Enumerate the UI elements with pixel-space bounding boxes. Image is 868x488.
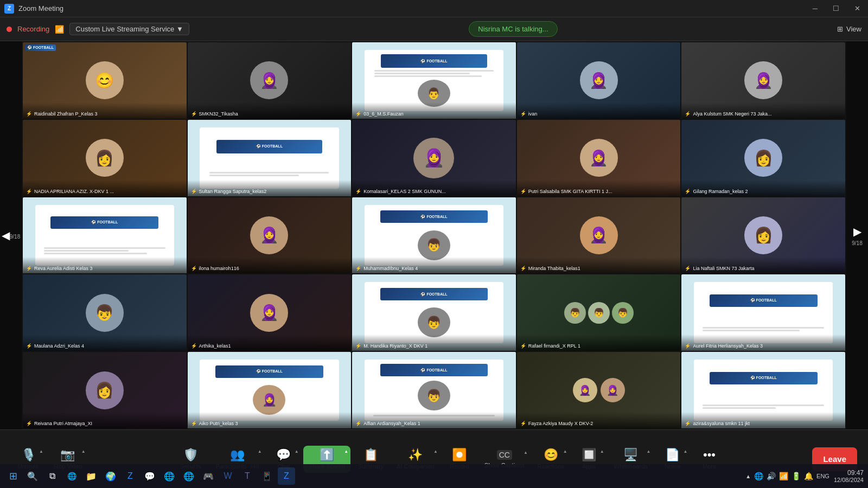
video-tile: ⚽ FOOTBALL 👦 ⚡ MuhammadIbnu_Kelas 4: [352, 197, 516, 274]
wifi-tray-icon[interactable]: 📶: [779, 472, 788, 480]
title-text: Zoom Meeting: [18, 4, 63, 12]
phone-taskbar[interactable]: 📱: [258, 467, 276, 485]
participants-caret[interactable]: ▲: [258, 449, 262, 454]
minimize-button[interactable]: ─: [809, 3, 821, 14]
summary-icon: 📋: [363, 449, 378, 461]
participant-name: ⚡ Aurel Fitria Herliansyah_Kelas 3: [681, 335, 845, 351]
participant-name: ⚡ Reva Aurelia Adisti Kelas 3: [23, 257, 187, 273]
taskbar-left: ⊞ 🔍 ⧉ 🌐 📁 🌍 Z 💬 🌐 🌐 🎮 W T 📱 Z: [4, 467, 295, 485]
video-tile: ⚽ FOOTBALL 🧕 ⚡ Aiko Putri_kelas 3: [188, 352, 352, 428]
recording-label[interactable]: Recording: [17, 25, 49, 33]
participant-name: ⚡ ilona humairoh116: [188, 257, 352, 273]
notification-icon[interactable]: 🔔: [804, 472, 813, 480]
chevron-up-icon[interactable]: ▲: [745, 473, 751, 479]
video-tile: 👩 ⚡ Gilang Ramadan_kelas 2: [681, 120, 845, 196]
video-tile: 👩 ⚡ Reivana Putri Atmajaya_XI: [23, 352, 187, 428]
participant-name: ⚡ azira&syaluna smkn 11 jkt: [681, 412, 845, 428]
participant-name: ⚡ Maulana Adzri_Kelas 4: [23, 335, 187, 351]
video-tile: 🧕 ⚡ ilona humairoh116: [188, 197, 352, 274]
mic-icon: ⚡: [520, 189, 526, 194]
participant-name: ⚡ 03_6_M.S.Fauzan: [352, 102, 516, 119]
windows-start-button[interactable]: ⊞: [4, 467, 22, 485]
tile-logo: ⚽ FOOTBALL: [25, 44, 56, 51]
mic-muted-icon: 🎙️: [21, 449, 36, 461]
close-button[interactable]: ✕: [851, 3, 864, 14]
apps-icon: 🔲: [582, 449, 596, 461]
participant-name: ⚡ Lia Naftali SMKN 73 Jakarta: [681, 257, 845, 273]
xbox-taskbar[interactable]: 🎮: [200, 467, 217, 485]
browser2-taskbar[interactable]: 🌐: [161, 467, 178, 485]
participant-name: ⚡ Komalasari_KELAS 2 SMK GUNUN...: [352, 180, 516, 196]
taskview-button[interactable]: ⧉: [43, 467, 61, 485]
video-area: ◀ 9/18 😊 ⚽ FOOTBALL ⚡ Raidinabil Zhafran…: [0, 41, 868, 429]
nav-left-button[interactable]: ◀ 9/18: [0, 41, 22, 429]
mic-icon: ⚡: [355, 266, 361, 271]
notes-caret[interactable]: ▲: [684, 449, 688, 454]
chat-caret[interactable]: ▲: [295, 449, 299, 454]
volume-icon[interactable]: 🔊: [767, 472, 776, 480]
browser3-taskbar[interactable]: 🌐: [180, 467, 197, 485]
video-tile: 🧕 ⚡ ivan: [517, 42, 681, 119]
stop-video-caret[interactable]: ▲: [81, 449, 86, 454]
whatsapp-taskbar[interactable]: 💬: [141, 467, 158, 485]
mic-icon: ⚡: [355, 343, 361, 349]
participant-name: ⚡ Alya Kulstum SMK Negeri 73 Jaka...: [681, 102, 845, 119]
participant-name: ⚡ Gilang Ramadan_kelas 2: [681, 180, 845, 196]
top-left-controls: Recording 📶 Custom Live Streaming Servic…: [7, 23, 189, 35]
mic-icon: ⚡: [191, 343, 197, 349]
restore-button[interactable]: ☐: [829, 3, 843, 14]
mic-icon: ⚡: [520, 111, 526, 117]
word-taskbar[interactable]: W: [219, 467, 237, 485]
view-button[interactable]: ⊞ View: [837, 25, 861, 33]
apps-caret[interactable]: ▲: [600, 449, 604, 454]
zoom2-taskbar[interactable]: Z: [278, 467, 295, 485]
participant-name: ⚡ NADIA APRILIANA AZIZ. X-DKV 1 ...: [23, 180, 187, 196]
mic-icon: ⚡: [26, 111, 32, 117]
participant-name: ⚡ Sultan Rangga Saputra_kelas2: [188, 180, 352, 196]
more-icon: •••: [703, 449, 716, 461]
explorer-taskbar[interactable]: 📁: [82, 467, 100, 485]
captions-caret[interactable]: ▲: [524, 450, 528, 455]
video-tile: ⚽ FOOTBALL ⚡ Sultan Rangga Saputra_kelas…: [188, 120, 352, 196]
participant-name: ⚡ Raidinabil Zhafran P_Kelas 3: [23, 102, 187, 119]
reactions-caret[interactable]: ▲: [563, 449, 567, 454]
windows-taskbar: ⊞ 🔍 ⧉ 🌐 📁 🌍 Z 💬 🌐 🌐 🎮 W T 📱 Z ▲ 🌐 🔊 📶 🔋 …: [0, 464, 868, 488]
stream-service-selector[interactable]: Custom Live Streaming Service ▼: [69, 23, 189, 35]
share-screen-caret[interactable]: ▲: [344, 449, 348, 454]
nav-right-button[interactable]: ▶ 9/18: [846, 41, 868, 429]
video-tile: ⚽ FOOTBALL ⚡ azira&syaluna smkn 11 jkt: [681, 352, 845, 428]
video-tile: 👩 ⚡ Lia Naftali SMKN 73 Jakarta: [681, 197, 845, 274]
zoom-logo: Z: [4, 4, 14, 14]
video-tile: 👦 👦 👦 ⚡ Rafael firnandi_X RPL 1: [517, 274, 681, 351]
mic-icon: ⚡: [191, 266, 197, 271]
mic-icon: ⚡: [685, 343, 691, 349]
edge-taskbar[interactable]: 🌐: [63, 467, 80, 485]
whiteboards-caret[interactable]: ▲: [647, 449, 651, 454]
unmute-caret[interactable]: ▲: [39, 449, 43, 454]
video-tile: ⚽ FOOTBALL 👦 ⚡ Alfian Ardiansyah_Kelas 1: [352, 352, 516, 428]
signal-icon: 📶: [55, 25, 64, 34]
clock-date: 12/08/2024: [834, 477, 864, 483]
taskview-icon: ⧉: [49, 471, 55, 481]
zoom-taskbar[interactable]: Z: [122, 467, 139, 485]
video-tile: 🧕 ⚡ Putri Salsabila SMK GITA KIRTTI 1 J.…: [517, 120, 681, 196]
teams-taskbar[interactable]: T: [239, 467, 256, 485]
ai-companion-caret[interactable]: ▲: [433, 449, 438, 454]
nav-right-counter: 9/18: [852, 240, 862, 246]
chrome-taskbar[interactable]: 🌍: [102, 467, 119, 485]
video-tile: ⚽ FOOTBALL 👨 ⚡ 03_6_M.S.Fauzan: [352, 42, 516, 119]
mic-icon: ⚡: [355, 189, 361, 194]
video-tile: 👩 ⚡ NADIA APRILIANA AZIZ. X-DKV 1 ...: [23, 120, 187, 196]
mic-icon: ⚡: [355, 111, 361, 117]
video-tile: ⚽ FOOTBALL 👦 ⚡ M. Handika Riyanto_X DKV …: [352, 274, 516, 351]
taskbar-right: ▲ 🌐 🔊 📶 🔋 🔔 ENG 09:47 12/08/2024: [745, 469, 864, 483]
mic-icon: ⚡: [26, 266, 32, 271]
system-tray: ▲ 🌐 🔊 📶 🔋 🔔 ENG: [745, 472, 829, 480]
search-taskbar-button[interactable]: 🔍: [24, 467, 41, 485]
video-grid: 😊 ⚽ FOOTBALL ⚡ Raidinabil Zhafran P_Kela…: [22, 41, 846, 429]
nav-left-counter: 9/18: [10, 234, 20, 240]
participant-name: ⚡ Reivana Putri Atmajaya_XI: [23, 412, 187, 428]
video-tile: 🧕 🧕 ⚡ Fayza Azkiya Maudy X DKV-2: [517, 352, 681, 428]
top-bar: Recording 📶 Custom Live Streaming Servic…: [0, 17, 868, 41]
mic-icon: ⚡: [355, 421, 361, 426]
